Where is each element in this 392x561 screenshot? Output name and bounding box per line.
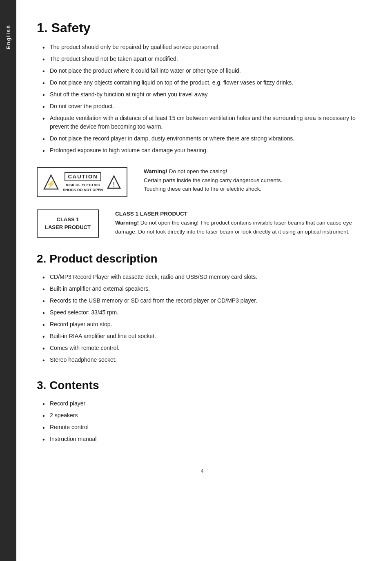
- list-item: CD/MP3 Record Player with cassette deck,…: [41, 273, 368, 281]
- lightning-icon: ⚡: [43, 174, 59, 190]
- caution-box: ⚡ CAUTION RISK OF ELECTRICSHOCK DO NOT O…: [37, 167, 127, 197]
- list-item: Prolonged exposure to high volume can da…: [41, 146, 368, 155]
- list-item: Stereo headphone socket.: [41, 356, 368, 364]
- list-item: Do not place any objects containing liqu…: [41, 78, 368, 87]
- list-item: Record player auto stop.: [41, 320, 368, 329]
- list-item: Speed selector: 33/45 rpm.: [41, 308, 368, 317]
- list-item: Do not place the product where it could …: [41, 67, 368, 75]
- warning-no-open: Do not open the casing!: [169, 168, 227, 174]
- list-item: Comes with remote control.: [41, 344, 368, 352]
- sidebar: English: [0, 0, 16, 561]
- list-item: Built-in amplifier and external speakers…: [41, 285, 368, 293]
- laser-class-line1: CLASS 1: [57, 216, 79, 223]
- exclamation-triangle-icon: !: [107, 175, 121, 189]
- sidebar-language-label: English: [5, 24, 11, 49]
- svg-text:⚡: ⚡: [47, 180, 56, 189]
- list-item: The product should only be repaired by q…: [41, 43, 368, 51]
- laser-warning-title: Warning!: [115, 220, 139, 226]
- section3-title: 3. Contents: [37, 379, 368, 392]
- laser-product-title: CLASS 1 LASER PRODUCT: [115, 211, 187, 217]
- page-number: 4: [37, 468, 368, 474]
- caution-section: ⚡ CAUTION RISK OF ELECTRICSHOCK DO NOT O…: [37, 167, 368, 197]
- section1-bullet-list: The product should only be repaired by q…: [37, 43, 368, 155]
- laser-box: CLASS 1 LASER PRODUCT: [37, 209, 99, 237]
- main-content: 1. Safety The product should only be rep…: [16, 0, 392, 561]
- caution-subtitle: RISK OF ELECTRICSHOCK DO NOT OPEN: [63, 183, 103, 192]
- svg-text:!: !: [113, 181, 115, 188]
- laser-section: CLASS 1 LASER PRODUCT CLASS 1 LASER PROD…: [37, 209, 368, 237]
- warning-current: Certain parts inside the casing carry da…: [144, 177, 282, 183]
- section2-bullet-list: CD/MP3 Record Player with cassette deck,…: [37, 273, 368, 364]
- laser-warning-text: CLASS 1 LASER PRODUCT Warning! Do not op…: [115, 209, 368, 236]
- list-item: The product should not be taken apart or…: [41, 55, 368, 63]
- list-item: Shut off the stand-by function at night …: [41, 90, 368, 99]
- laser-warning-body: Do not open the casing! The product cont…: [115, 220, 352, 235]
- warning-shock: Touching these can lead to fire or elect…: [144, 186, 261, 192]
- list-item: Do not cover the product.: [41, 102, 368, 111]
- list-item: 2 speakers: [41, 411, 368, 420]
- list-item: Built-in RIAA amplifier and line out soc…: [41, 332, 368, 341]
- list-item: Adequate ventilation with a distance of …: [41, 114, 368, 131]
- caution-title: CAUTION: [65, 172, 101, 181]
- caution-text-block: CAUTION RISK OF ELECTRICSHOCK DO NOT OPE…: [63, 172, 103, 192]
- list-item: Do not place the record player in damp, …: [41, 134, 368, 143]
- warning-title: Warning!: [144, 168, 167, 174]
- caution-warning-text: Warning! Do not open the casing! Certain…: [144, 167, 282, 194]
- section2-title: 2. Product description: [37, 252, 368, 265]
- section1-title: 1. Safety: [37, 20, 368, 36]
- section3-bullet-list: Record player 2 speakers Remote control …: [37, 399, 368, 443]
- list-item: Record player: [41, 399, 368, 408]
- list-item: Records to the USB memory or SD card fro…: [41, 296, 368, 305]
- laser-class-line2: LASER PRODUCT: [45, 224, 91, 231]
- list-item: Instruction manual: [41, 435, 368, 443]
- list-item: Remote control: [41, 423, 368, 432]
